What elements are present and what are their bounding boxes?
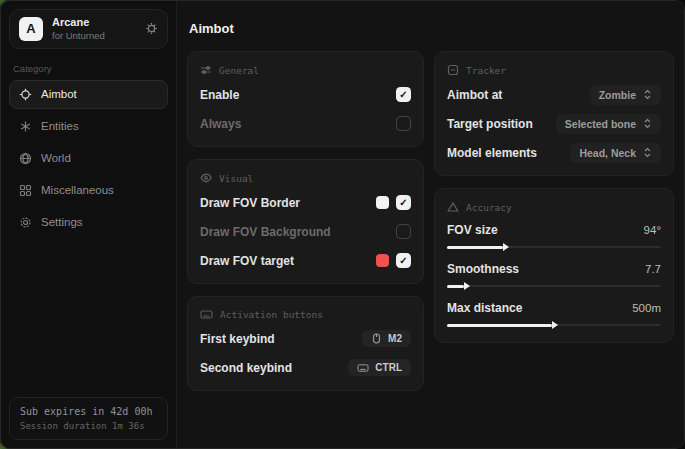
keyboard-icon (200, 309, 213, 320)
app-name: Arcane (52, 16, 105, 30)
logo-card: A Arcane for Unturned (9, 9, 168, 49)
setting-label: Aimbot at (447, 88, 502, 102)
enable-checkbox[interactable] (396, 87, 411, 102)
target-position-select[interactable]: Selected bone (556, 114, 661, 134)
aimbot-at-select[interactable]: Zombie (590, 85, 661, 105)
crosshair-icon (19, 88, 32, 101)
activation-card: Activation buttons First keybind M2 (187, 296, 424, 391)
tracker-card: Tracker Aimbot at Zombie (434, 51, 674, 176)
setting-label: FOV size (447, 223, 498, 237)
color-swatch[interactable] (376, 254, 389, 267)
color-swatch[interactable] (376, 196, 389, 209)
setting-label: Second keybind (200, 361, 292, 375)
setting-row: Draw FOV Background (200, 221, 411, 242)
app-window: A Arcane for Unturned Category Ai (0, 0, 685, 449)
accuracy-card: Accuracy FOV size 94° (434, 188, 674, 343)
setting-row: Second keybind CTRL (200, 357, 411, 378)
chevron-updown-icon (643, 89, 652, 100)
select-value: Zombie (599, 89, 636, 101)
sidebar-item-label: Miscellaneous (41, 184, 114, 196)
setting-value: 7.7 (645, 263, 661, 275)
max-distance-slider[interactable] (447, 320, 661, 330)
section-title: General (219, 65, 259, 76)
setting-label: Smoothness (447, 262, 519, 276)
select-value: Selected bone (565, 118, 636, 130)
sliders-icon (200, 64, 212, 76)
section-title: Accuracy (466, 202, 512, 213)
always-checkbox[interactable] (396, 116, 411, 131)
fov-border-checkbox[interactable] (396, 195, 411, 210)
setting-row: First keybind M2 (200, 328, 411, 349)
setting-row: Model elements Head, Neck (447, 142, 661, 163)
slider-fill (447, 246, 503, 249)
sub-expires-text: Sub expires in 42d 00h (20, 406, 157, 417)
setting-value: 500m (632, 302, 661, 314)
setting-label: Draw FOV target (200, 254, 294, 268)
setting-row: Draw FOV target (200, 250, 411, 271)
smoothness-slider[interactable] (447, 281, 661, 291)
main-content: Aimbot General Enable (177, 1, 685, 448)
max-distance-setting: Max distance 500m (447, 301, 661, 330)
fov-size-slider[interactable] (447, 242, 661, 252)
setting-label: Max distance (447, 301, 522, 315)
setting-label: Target position (447, 117, 533, 131)
tracker-icon (447, 64, 459, 76)
setting-label: Draw FOV Border (200, 196, 300, 210)
setting-row: Target position Selected bone (447, 113, 661, 134)
category-label: Category (13, 63, 164, 74)
gear-icon[interactable] (145, 22, 158, 35)
gear-icon (19, 216, 32, 229)
slider-fill (447, 285, 464, 288)
setting-label: Model elements (447, 146, 537, 160)
slider-fill (447, 324, 552, 327)
app-subtitle: for Unturned (52, 30, 105, 42)
keyboard-icon (357, 363, 369, 373)
fov-target-checkbox[interactable] (396, 253, 411, 268)
sidebar-item-label: World (41, 152, 71, 164)
second-keybind-button[interactable]: CTRL (348, 359, 411, 376)
select-value: Head, Neck (579, 147, 636, 159)
section-title: Activation buttons (220, 309, 323, 320)
setting-value: 94° (644, 224, 661, 236)
smoothness-setting: Smoothness 7.7 (447, 262, 661, 291)
globe-icon (19, 152, 32, 165)
page-title: Aimbot (189, 21, 674, 36)
sidebar-item-miscellaneous[interactable]: Miscellaneous (9, 176, 168, 205)
grid-icon (19, 184, 32, 197)
sidebar-item-label: Settings (41, 216, 83, 228)
setting-label: Always (200, 117, 241, 131)
setting-row: Enable (200, 84, 411, 105)
model-elements-select[interactable]: Head, Neck (570, 143, 661, 163)
visual-card: Visual Draw FOV Border Draw FOV Backgrou… (187, 159, 424, 284)
sidebar-item-world[interactable]: World (9, 144, 168, 173)
keybind-value: M2 (388, 333, 402, 344)
chevron-updown-icon (643, 118, 652, 129)
entities-icon (19, 120, 32, 133)
subscription-card: Sub expires in 42d 00h Session duration … (9, 397, 168, 440)
sidebar-item-entities[interactable]: Entities (9, 112, 168, 141)
app-logo: A (19, 17, 43, 41)
first-keybind-button[interactable]: M2 (362, 330, 411, 347)
fov-size-setting: FOV size 94° (447, 223, 661, 252)
chevron-updown-icon (643, 147, 652, 158)
setting-row: Draw FOV Border (200, 192, 411, 213)
general-card: General Enable Always (187, 51, 424, 147)
mouse-icon (371, 333, 382, 344)
eye-icon (200, 172, 212, 184)
session-duration-text: Session duration 1m 36s (20, 421, 157, 431)
sidebar: A Arcane for Unturned Category Ai (1, 1, 177, 448)
keybind-value: CTRL (375, 362, 402, 373)
sidebar-item-aimbot[interactable]: Aimbot (9, 80, 168, 109)
setting-row: Aimbot at Zombie (447, 84, 661, 105)
section-title: Visual (219, 173, 253, 184)
setting-label: Enable (200, 88, 239, 102)
setting-label: Draw FOV Background (200, 225, 331, 239)
section-title: Tracker (466, 65, 506, 76)
logo-letter: A (26, 21, 35, 36)
sidebar-item-label: Entities (41, 120, 79, 132)
sidebar-item-settings[interactable]: Settings (9, 208, 168, 237)
setting-row: Always (200, 113, 411, 134)
fov-background-checkbox[interactable] (396, 224, 411, 239)
setting-label: First keybind (200, 332, 275, 346)
sidebar-item-label: Aimbot (41, 88, 77, 100)
